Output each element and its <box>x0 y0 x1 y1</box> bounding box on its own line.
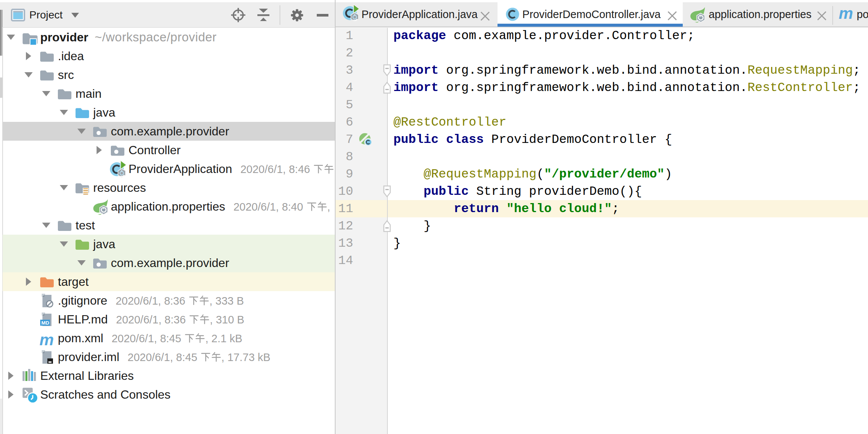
svg-text:MD: MD <box>41 320 49 326</box>
